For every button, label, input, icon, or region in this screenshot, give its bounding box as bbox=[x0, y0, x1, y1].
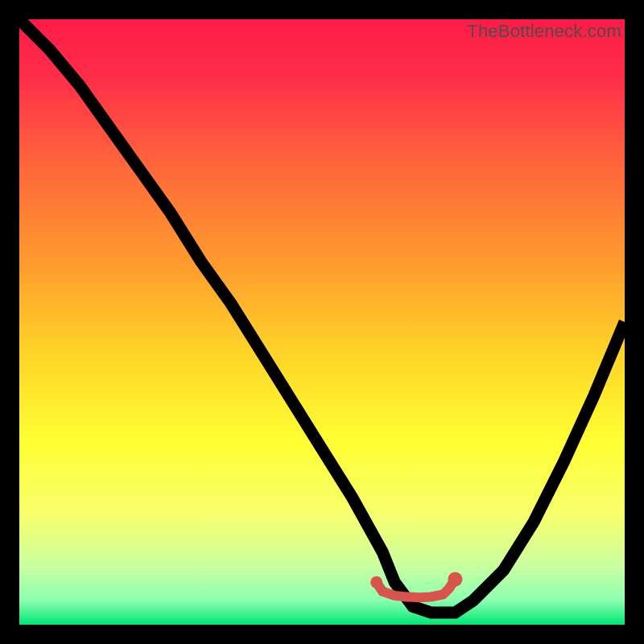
chart-container: TheBottleneck.com bbox=[19, 19, 625, 625]
gradient-background bbox=[19, 19, 625, 625]
highlight-end-dot bbox=[370, 576, 382, 588]
watermark-text: TheBottleneck.com bbox=[467, 21, 621, 42]
plot-area bbox=[19, 19, 625, 625]
chart-svg bbox=[19, 19, 625, 625]
highlight-end-dot bbox=[448, 572, 462, 587]
